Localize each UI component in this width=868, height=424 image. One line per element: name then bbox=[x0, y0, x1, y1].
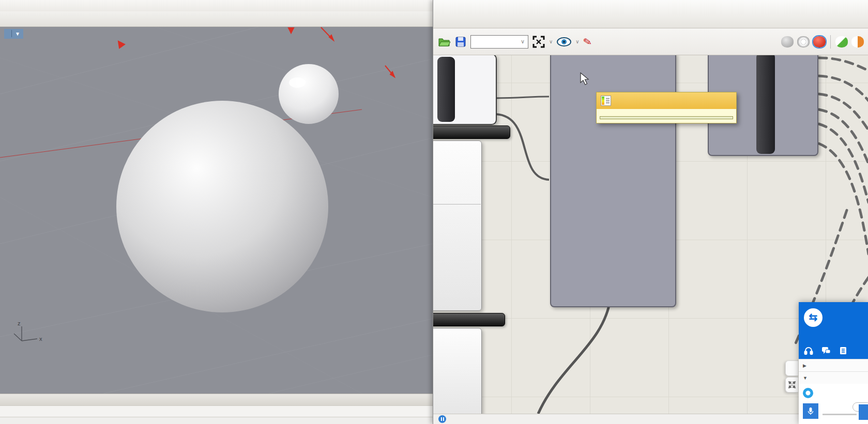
autosave-icon bbox=[438, 415, 446, 423]
view-tabs bbox=[0, 394, 433, 405]
osnap-bar bbox=[0, 405, 433, 417]
microphone-slider[interactable] bbox=[823, 414, 857, 415]
microphone-icon[interactable] bbox=[803, 403, 818, 419]
grasshopper-toolbar: ∨ ∨ ∨ ✎ bbox=[433, 28, 868, 55]
viewport-scene: z x bbox=[0, 27, 433, 394]
beam-view-component[interactable] bbox=[433, 55, 497, 125]
teamviewer-logo: ⇆ bbox=[804, 308, 823, 327]
teamviewer-header: ⇆ bbox=[799, 302, 868, 359]
legend-component-icon bbox=[601, 96, 611, 106]
fullscreen-arrows-icon bbox=[788, 381, 796, 388]
red-pen-icon[interactable]: ✎ bbox=[582, 35, 593, 49]
preview-eye-icon[interactable] bbox=[556, 36, 572, 48]
voip-radio-icon[interactable] bbox=[803, 388, 813, 398]
preview-wire-icon[interactable] bbox=[797, 36, 810, 48]
grasshopper-component-tabs bbox=[433, 0, 868, 28]
viewport-title-tab[interactable]: ▼ bbox=[4, 29, 23, 39]
section-forces-panel[interactable] bbox=[433, 140, 482, 311]
open-file-icon[interactable] bbox=[437, 36, 451, 48]
rhino-toolbar bbox=[0, 11, 433, 27]
panel-expand-button[interactable] bbox=[785, 360, 798, 376]
tooltip-run-status bbox=[600, 116, 733, 119]
triangle-down-icon: ▼ bbox=[803, 375, 808, 381]
beam-view-label bbox=[437, 57, 455, 122]
svg-text:x: x bbox=[39, 336, 42, 342]
svg-text:z: z bbox=[18, 320, 21, 326]
tooltip-description bbox=[597, 109, 736, 116]
small-sphere bbox=[279, 64, 339, 124]
section-forces-header[interactable] bbox=[433, 125, 510, 139]
chevron-down-icon[interactable]: ∨ bbox=[549, 39, 553, 44]
chevron-down-icon[interactable]: ▼ bbox=[15, 31, 20, 37]
session-list-icon[interactable] bbox=[839, 347, 847, 355]
rhino-window: z x ▼ bbox=[0, 0, 433, 424]
zoom-extents-icon[interactable] bbox=[532, 35, 545, 49]
preview-shaded-icon[interactable] bbox=[813, 36, 826, 48]
chevron-down-icon: ∨ bbox=[521, 38, 525, 45]
voip-row[interactable] bbox=[803, 388, 868, 398]
legend-tooltip bbox=[596, 92, 737, 123]
render-settings-header[interactable] bbox=[433, 313, 505, 326]
rhino-statusbar bbox=[0, 417, 433, 424]
mesh-sphere bbox=[116, 101, 328, 312]
rhino-viewport[interactable]: z x ▼ bbox=[0, 27, 433, 394]
teamviewer-panel: ⇆ ▶ ▼ bbox=[799, 302, 868, 424]
audio-row[interactable]: ▼ bbox=[799, 371, 868, 384]
triangle-right-icon: ▶ bbox=[803, 363, 806, 368]
divider bbox=[433, 204, 481, 205]
headset-icon[interactable] bbox=[804, 347, 813, 355]
chevron-down-icon[interactable]: ∨ bbox=[575, 39, 579, 44]
viewport-tab-divider bbox=[11, 30, 12, 37]
render-settings-panel[interactable] bbox=[433, 328, 482, 414]
chat-icon[interactable] bbox=[821, 347, 831, 355]
rhino-menubar bbox=[0, 0, 433, 11]
beam-forces-label bbox=[756, 55, 775, 154]
teamviewer-side-buttons bbox=[785, 360, 798, 394]
fullscreen-button[interactable] bbox=[785, 377, 798, 392]
preview-selected-icon[interactable] bbox=[835, 36, 848, 48]
zoom-level-dropdown[interactable]: ∨ bbox=[470, 35, 528, 49]
preview-off-icon[interactable] bbox=[781, 36, 794, 48]
participants-row[interactable]: ▶ bbox=[799, 359, 868, 371]
preview-custom-icon[interactable] bbox=[851, 36, 864, 48]
microphone-settings-box[interactable] bbox=[859, 404, 868, 420]
save-icon[interactable] bbox=[454, 36, 467, 48]
mouse-cursor bbox=[580, 72, 591, 86]
